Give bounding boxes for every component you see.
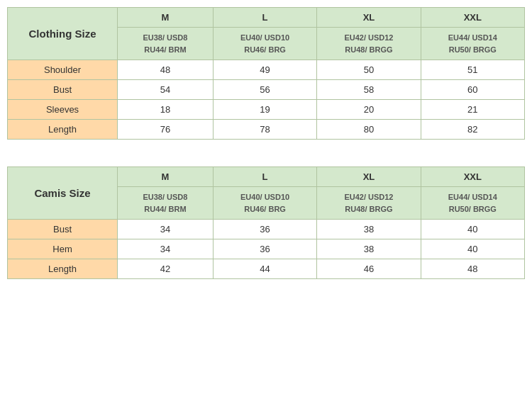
data-cell: 76 (118, 120, 214, 140)
section-gap (7, 154, 525, 166)
data-cell: 34 (118, 220, 214, 239)
data-cell: 46 (317, 259, 421, 279)
row-label: Sleeves (8, 100, 118, 120)
col-header-m: M (118, 8, 214, 28)
col-sub-m: EU38/ USD8 RU44/ BRM (118, 28, 214, 60)
data-cell: 78 (213, 120, 316, 140)
col-header-xxl: XXL (421, 8, 524, 28)
data-cell: 58 (317, 80, 421, 100)
data-cell: 80 (317, 120, 421, 140)
row-label: Bust (8, 80, 118, 100)
data-cell: 51 (421, 60, 524, 80)
data-cell: 56 (213, 80, 316, 100)
data-cell: 21 (421, 100, 524, 120)
row-label: Shoulder (8, 60, 118, 80)
col-header-l: L (213, 8, 316, 28)
data-cell: 40 (421, 220, 524, 239)
data-cell: 36 (213, 239, 316, 259)
camis-col-sub-xxl: EU44/ USD14 RU50/ BRGG (421, 187, 524, 220)
data-cell: 60 (421, 80, 524, 100)
row-label: Length (8, 259, 118, 279)
data-cell: 36 (213, 220, 316, 239)
camis-col-sub-xl: EU42/ USD12 RU48/ BRGG (317, 187, 421, 220)
table-row: Shoulder48495051 (8, 60, 525, 80)
clothing-size-table: Clothing Size M L XL XXL EU38/ USD8 RU44… (7, 7, 525, 140)
data-cell: 34 (118, 239, 214, 259)
camis-col-header-xxl: XXL (421, 167, 524, 187)
table-row: Sleeves18192021 (8, 100, 525, 120)
data-cell: 50 (317, 60, 421, 80)
camis-col-header-m: M (118, 167, 214, 187)
camis-col-sub-l: EU40/ USD10 RU46/ BRG (213, 187, 316, 220)
camis-size-table: Camis Size M L XL XXL EU38/ USD8 RU44/ B… (7, 166, 525, 279)
col-sub-xxl: EU44/ USD14 RU50/ BRGG (421, 28, 524, 60)
data-cell: 20 (317, 100, 421, 120)
data-cell: 48 (421, 259, 524, 279)
data-cell: 42 (118, 259, 214, 279)
table-row: Length42444648 (8, 259, 525, 279)
camis-col-sub-m: EU38/ USD8 RU44/ BRM (118, 187, 214, 220)
camis-size-title: Camis Size (8, 167, 118, 220)
table-row: Length76788082 (8, 120, 525, 140)
camis-col-header-l: L (213, 167, 316, 187)
data-cell: 49 (213, 60, 316, 80)
data-cell: 44 (213, 259, 316, 279)
data-cell: 40 (421, 239, 524, 259)
table-row: Hem34363840 (8, 239, 525, 259)
col-sub-l: EU40/ USD10 RU46/ BRG (213, 28, 316, 60)
data-cell: 48 (118, 60, 214, 80)
table-row: Bust34363840 (8, 220, 525, 239)
table-row: Bust54565860 (8, 80, 525, 100)
data-cell: 82 (421, 120, 524, 140)
data-cell: 54 (118, 80, 214, 100)
data-cell: 18 (118, 100, 214, 120)
data-cell: 19 (213, 100, 316, 120)
col-header-xl: XL (317, 8, 421, 28)
clothing-size-title: Clothing Size (8, 8, 118, 60)
col-sub-xl: EU42/ USD12 RU48/ BRGG (317, 28, 421, 60)
data-cell: 38 (317, 239, 421, 259)
camis-col-header-xl: XL (317, 167, 421, 187)
row-label: Hem (8, 239, 118, 259)
row-label: Bust (8, 220, 118, 239)
row-label: Length (8, 120, 118, 140)
data-cell: 38 (317, 220, 421, 239)
